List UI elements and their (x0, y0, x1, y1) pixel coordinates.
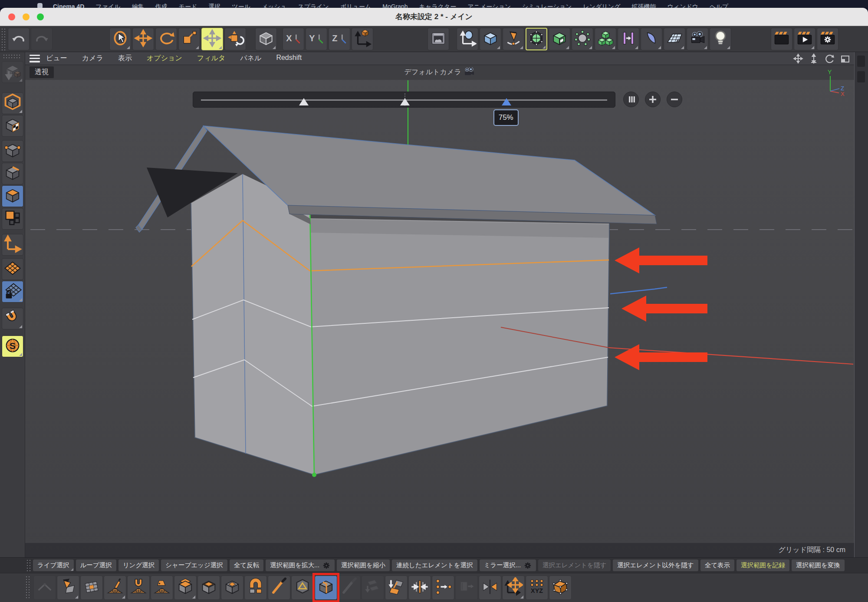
make-editable[interactable] (2, 61, 23, 83)
viewport-menu-オプション[interactable]: オプション (147, 54, 182, 63)
generator-menu[interactable] (549, 28, 570, 50)
line-cut-tool[interactable] (315, 576, 337, 600)
primitive-object-menu[interactable] (480, 28, 501, 50)
move-tool[interactable] (132, 28, 154, 50)
lock-z-axis[interactable]: Z (329, 28, 350, 50)
modify-axis-mode[interactable] (2, 234, 23, 256)
extrude-inner-tool[interactable] (197, 576, 220, 600)
command-options-gear-icon[interactable] (524, 562, 532, 569)
floor-menu[interactable] (664, 28, 685, 50)
lock-y-axis[interactable]: Y (306, 28, 327, 50)
render-view-button[interactable] (427, 28, 449, 50)
brush-tool[interactable] (104, 576, 126, 600)
macos-menu-item[interactable]: モード (179, 2, 197, 8)
command-options-gear-icon[interactable] (322, 562, 330, 569)
undo-button[interactable] (8, 28, 30, 50)
sidebar-drag-handle[interactable] (3, 54, 22, 58)
texture-mode[interactable] (2, 115, 23, 137)
move-axis-tool[interactable] (502, 576, 525, 600)
select-command-ループ選択[interactable]: ループ選択 (76, 559, 116, 571)
active-tool-move[interactable] (201, 28, 223, 50)
lock-x-axis[interactable]: X (283, 28, 304, 50)
matrix-extrude-tool[interactable] (221, 576, 243, 600)
polygon-pen-tool[interactable] (57, 576, 79, 600)
quantize-xyz-tool[interactable]: XYZ (526, 576, 548, 600)
select-command-選択範囲を縮小[interactable]: 選択範囲を縮小 (337, 559, 390, 571)
mirror-tool[interactable] (479, 576, 501, 600)
polygon-mode[interactable] (2, 185, 23, 207)
scale-tool[interactable] (178, 28, 200, 50)
slider-marker-1[interactable] (299, 98, 309, 105)
camera-label[interactable]: デフォルトカメラ (25, 67, 854, 77)
extrude-tool[interactable] (174, 576, 197, 600)
window-titlebar[interactable]: 名称未設定 2 * - メイン (0, 8, 868, 26)
macos-menu-item[interactable]: 編集 (132, 2, 144, 8)
select-command-連続したエレメントを選択[interactable]: 連続したエレメントを選択 (392, 559, 477, 571)
rotate-tool[interactable] (155, 28, 177, 50)
set-point-value-tool[interactable] (432, 576, 454, 600)
macos-menu-item[interactable]: 拡張機能 (631, 2, 656, 8)
select-command-選択エレメント以外を隠す[interactable]: 選択エレメント以外を隠す (613, 559, 698, 571)
model-mode[interactable] (2, 92, 23, 114)
viewport-toggle-icon[interactable] (839, 53, 851, 64)
select-command-ライブ選択[interactable]: ライブ選択 (33, 559, 74, 571)
render-active-view[interactable] (771, 28, 792, 50)
viewport-zoom-in-button[interactable] (645, 92, 661, 107)
macos-menu-item[interactable]: ツール (232, 2, 250, 8)
select-command-全て表示[interactable]: 全て表示 (700, 559, 734, 571)
macos-menu-item[interactable]: MoGraph (382, 2, 408, 8)
viewport-zoom-out-button[interactable] (667, 92, 682, 107)
viewport-menu-icon[interactable] (30, 55, 40, 63)
iron-tool[interactable] (151, 576, 173, 600)
plane-cut-grid-tool[interactable] (80, 576, 103, 600)
macos-menu-item[interactable]: ウィンドウ (667, 2, 698, 8)
macos-menu-item[interactable]: キャラクター (419, 2, 457, 8)
lock-workplane[interactable] (2, 281, 23, 303)
point-collapse-tool[interactable] (33, 576, 56, 600)
live-selection-tool[interactable] (109, 28, 131, 50)
macos-menu-item[interactable]: ヘルプ (710, 2, 728, 8)
macos-menu-item[interactable]: ボリューム (340, 2, 371, 8)
viewport-panes-button[interactable] (623, 92, 639, 107)
viewport-menu-表示[interactable]: 表示 (118, 54, 132, 63)
volume-menu[interactable] (572, 28, 593, 50)
select-command-選択エレメントを隠す[interactable]: 選択エレメントを隠す (538, 559, 611, 571)
viewport-orbit-icon[interactable] (824, 53, 835, 64)
point-mode[interactable] (2, 140, 23, 162)
macos-menu-item[interactable]: メッシュ (262, 2, 286, 8)
camera-menu[interactable] (687, 28, 708, 50)
macos-menu-item[interactable]: シミュレーション (522, 2, 572, 8)
split-tool[interactable] (362, 576, 384, 600)
select-command-選択範囲を拡大...[interactable]: 選択範囲を拡大... (266, 559, 335, 571)
weld-tool[interactable] (408, 576, 431, 600)
select-command-全て反転[interactable]: 全て反転 (230, 559, 263, 571)
field-menu[interactable] (641, 28, 662, 50)
tweak-rotate-tool[interactable] (224, 28, 246, 50)
quantize-toggle[interactable]: S (2, 336, 23, 357)
viewport-menu-カメラ[interactable]: カメラ (82, 54, 103, 63)
viewport-pan-icon[interactable] (792, 53, 804, 64)
array-tool[interactable] (455, 576, 478, 600)
macos-menu-item[interactable]: 選択 (208, 2, 220, 8)
tool-bar-drag-handle[interactable] (25, 576, 31, 600)
edge-cut-tool[interactable] (338, 576, 361, 600)
macos-menu-item[interactable]: アニメーション (467, 2, 511, 8)
viewport-menu-Redshift[interactable]: Redshift (276, 54, 302, 63)
viewport-menu-フィルタ[interactable]: フィルタ (197, 54, 226, 63)
macos-menu-item[interactable]: スプライン (298, 2, 329, 8)
macos-menu-item[interactable]: Cinema 4D (53, 2, 84, 8)
stencil-tool[interactable] (291, 576, 314, 600)
macos-menu-item[interactable]: レンダリング (583, 2, 621, 8)
modeling-axis-menu[interactable] (457, 28, 478, 50)
apple-menu-icon[interactable] (37, 3, 43, 8)
cloner-menu[interactable] (595, 28, 616, 50)
select-command-シャープエッジ選択[interactable]: シャープエッジ選択 (161, 559, 227, 571)
select-bar-drag-handle[interactable] (26, 559, 30, 572)
subdivision-surface-menu[interactable] (526, 28, 547, 50)
workplane-mode[interactable] (2, 258, 23, 280)
viewport-menu-ビュー[interactable]: ビュー (46, 54, 67, 63)
melt-points-tool[interactable] (549, 576, 572, 600)
stitch-sew-tool[interactable] (385, 576, 408, 600)
viewport-dolly-icon[interactable] (808, 53, 819, 64)
select-command-選択範囲を記録[interactable]: 選択範囲を記録 (736, 559, 789, 571)
